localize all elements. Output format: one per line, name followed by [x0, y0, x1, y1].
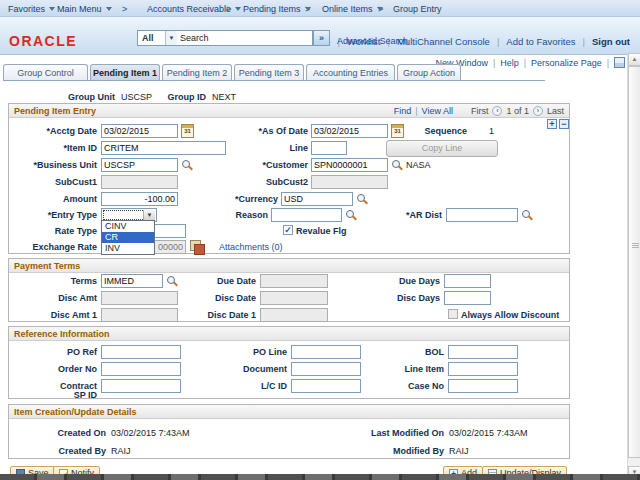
find-link[interactable]: Find [394, 106, 412, 116]
terms-input[interactable] [101, 274, 163, 288]
add-row-button[interactable]: + [547, 119, 557, 129]
tab-pending-item-3[interactable]: Pending Item 3 [234, 64, 304, 81]
tab-group-control[interactable]: Group Control [3, 64, 88, 81]
chevron-down-icon[interactable]: ▼ [143, 210, 155, 220]
personalize-page-icon[interactable] [614, 57, 625, 68]
ar-dist-label: *AR Dist [381, 210, 442, 220]
lookup-icon[interactable] [345, 209, 356, 220]
as-of-date-input[interactable] [311, 124, 388, 138]
lookup-icon[interactable] [181, 159, 192, 170]
delete-row-button[interactable]: − [559, 119, 569, 129]
add-to-favorites-link[interactable]: Add to Favorites [506, 36, 575, 47]
next-row-icon[interactable]: › [533, 106, 543, 116]
tab-pending-item-2[interactable]: Pending Item 2 [162, 64, 232, 81]
group-id-value: NEXT [212, 92, 236, 102]
separator: | [524, 58, 526, 68]
previous-row-icon[interactable]: ‹ [492, 106, 502, 116]
order-no-input[interactable] [101, 362, 181, 376]
lookup-icon[interactable] [166, 275, 177, 286]
scrollbar-thumb[interactable] [628, 66, 640, 458]
copy-line-button[interactable]: Copy Line [386, 140, 498, 157]
case-no-input[interactable] [448, 379, 518, 393]
multichannel-console-link[interactable]: MultiChannel Console [397, 36, 490, 47]
line-input[interactable] [311, 141, 347, 155]
calendar-icon[interactable]: 31 [181, 124, 194, 138]
entry-type-option-cinv[interactable]: CINV [102, 221, 154, 232]
lookup-icon[interactable] [356, 193, 367, 204]
advanced-search-link[interactable]: Advanced Search [337, 36, 408, 46]
sp-id-label: SP ID [15, 390, 97, 400]
chevron-down-icon: ▼ [165, 31, 177, 45]
bol-label: BOL [384, 347, 444, 357]
pending-item-entry-header: Pending Item Entry Find | View All First… [9, 104, 569, 118]
group-id-label: Group ID [160, 92, 206, 102]
view-all-link[interactable]: View All [422, 106, 453, 116]
subcust2-label: SubCust2 [231, 177, 308, 187]
terms-label: Terms [15, 276, 97, 286]
po-ref-input[interactable] [101, 345, 181, 359]
personalize-page-link[interactable]: Personalize Page [531, 58, 602, 68]
line-item-input[interactable] [448, 362, 518, 376]
revalue-flg-label: Revalue Flg [296, 226, 356, 236]
first-button[interactable]: First [471, 106, 489, 116]
entry-type-option-inv[interactable]: INV [102, 243, 154, 254]
breadcrumb-item-group-entry[interactable]: Group Entry [393, 4, 442, 14]
po-line-input[interactable] [291, 345, 361, 359]
entry-type-label: *Entry Type [15, 210, 97, 220]
rate-type-label: Rate Type [15, 226, 97, 236]
tab-group-action[interactable]: Group Action [397, 64, 461, 81]
row-position: 1 of 1 [506, 106, 529, 116]
business-unit-input[interactable] [101, 158, 178, 172]
currency-input[interactable] [281, 192, 353, 206]
search-go-button[interactable]: » [313, 30, 330, 46]
attachments-link[interactable]: Attachments (0) [219, 242, 283, 252]
acctg-date-input[interactable] [101, 124, 178, 138]
due-days-input[interactable] [444, 274, 491, 288]
customer-input[interactable] [311, 158, 388, 172]
created-by-label: Created By [15, 446, 106, 456]
entry-type-dropdown: CINV CR INV [101, 220, 155, 255]
search-scope-select[interactable]: All ▼ [137, 30, 178, 46]
ar-dist-input[interactable] [446, 208, 518, 222]
chevron-down-icon [235, 7, 241, 11]
vertical-scrollbar[interactable]: ▲ ▼ [627, 53, 640, 480]
help-link[interactable]: Help [500, 58, 519, 68]
lc-id-input[interactable] [291, 379, 361, 393]
item-creation-header: Item Creation/Update Details [9, 405, 569, 419]
bottom-strip [0, 474, 640, 480]
amount-input[interactable] [101, 192, 178, 206]
po-ref-label: PO Ref [15, 347, 97, 357]
document-label: Document [219, 364, 287, 374]
scroll-up-button[interactable]: ▲ [628, 53, 640, 66]
tab-pending-item-1[interactable]: Pending Item 1 [90, 64, 160, 81]
last-modified-on-value: 03/02/2015 7:43AM [449, 428, 528, 438]
breadcrumb-separator: > [305, 4, 310, 14]
line-label: Line [231, 143, 308, 153]
revalue-flg-checkbox[interactable]: ✓ [283, 225, 293, 235]
breadcrumb-item-main-menu[interactable]: Main Menu [57, 4, 112, 14]
reason-input[interactable] [271, 208, 342, 222]
document-input[interactable] [291, 362, 361, 376]
sign-out-link[interactable]: Sign out [592, 36, 630, 47]
modified-by-label: Modified By [354, 446, 444, 456]
breadcrumb-item-favorites[interactable]: Favorites [8, 4, 55, 14]
calendar-icon[interactable]: 31 [391, 124, 404, 138]
exchange-rate-detail-icon[interactable] [190, 240, 203, 253]
breadcrumb-item-pending-items[interactable]: Pending Items [243, 4, 311, 14]
item-id-input[interactable] [101, 141, 226, 155]
search-input[interactable] [177, 30, 313, 46]
entry-type-option-cr[interactable]: CR [102, 232, 154, 243]
lookup-icon[interactable] [521, 209, 532, 220]
po-line-label: PO Line [219, 347, 287, 357]
last-button[interactable]: Last [547, 106, 564, 116]
tab-accounting-entries[interactable]: Accounting Entries [306, 64, 395, 81]
case-no-label: Case No [384, 381, 444, 391]
bol-input[interactable] [448, 345, 518, 359]
tab-bar: Group Control Pending Item 1 Pending Ite… [3, 64, 461, 81]
disc-days-input[interactable] [444, 291, 491, 305]
lookup-icon[interactable] [391, 159, 402, 170]
always-allow-discount-checkbox[interactable] [448, 309, 458, 319]
group-entry-page: Favorites Main Menu > Accounts Receivabl… [0, 0, 640, 480]
breadcrumb-item-online-items[interactable]: Online Items [322, 4, 383, 14]
contract-input[interactable] [101, 379, 181, 393]
